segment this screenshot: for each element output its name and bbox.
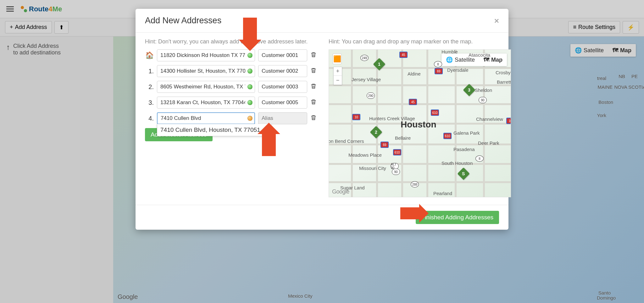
highway-shield: 10 [506,118,511,124]
alias-input[interactable] [258,81,307,93]
map-marker[interactable]: S [457,167,470,180]
highway-shield: ALT 90 [391,163,399,169]
modal-header: Add New Addresses × [136,9,508,33]
address-row: 3. [145,97,321,109]
map-place-label: Humble [441,49,458,54]
address-row: 2. [145,81,321,93]
modal-footer: Finished Adding Addresses [136,205,508,230]
trash-icon[interactable] [310,67,317,75]
map-place-label: Sheldon [475,87,492,93]
highway-shield: 69 [380,142,389,148]
row-number: 1. [145,68,154,75]
trash-icon[interactable] [310,52,317,59]
zoom-in-button[interactable]: + [334,67,342,76]
alias-input[interactable] [258,65,307,77]
address-row: 🏠 [145,49,321,61]
highway-shield: 288 [411,181,419,188]
highway-shield: 8 [475,155,484,162]
map-place-label: on Bend Corners [329,138,364,144]
map-place-label: Pearland [433,191,452,196]
map-place-label: Galena Park [453,130,480,136]
address-row: 4.7410 Cullen Blvd, Houston, TX 77051, U [145,112,321,124]
zoom-control: + − [333,67,342,85]
trash-icon[interactable] [310,115,317,122]
modal-title: Add New Addresses [145,16,221,25]
address-list-column: Hint: Don't worry, you can always add or… [145,38,321,197]
map-place-label: Hunters Creek Village [369,116,415,121]
highway-shield: 249 [360,55,369,61]
globe-icon: 🌐 [446,56,453,63]
address-input[interactable] [157,49,255,61]
left-hint: Hint: Don't worry, you can always add or… [145,38,321,45]
address-row: 1. [145,65,321,77]
address-suggestion[interactable]: 7410 Cullen Blvd, Houston, TX 77051, U [157,124,271,136]
modal-map[interactable]: 🟧 + − 🌐 Satellite 🗺 Map [329,49,511,197]
highway-shield: 610 [393,149,401,155]
address-input[interactable] [157,97,255,109]
zoom-out-button[interactable]: − [334,76,342,85]
map-column: Hint: You can drag and drop any map mark… [329,38,511,197]
map-place-label: Meadows Place [348,152,382,158]
map-place-label: Bellaire [395,135,411,141]
pegman-icon[interactable]: 🟧 [333,53,341,64]
highway-shield: 69 [435,68,443,74]
alias-input[interactable] [258,97,307,109]
map-place-label: Missouri City [359,166,386,171]
geocode-status-icon [247,116,253,121]
geocode-status-icon [247,84,253,89]
map-place-label: Pasadena [453,147,475,152]
map-place-label: Deer Park [478,140,499,146]
modal-overlay: Add New Addresses × Hint: Don't worry, y… [0,0,644,303]
highway-shield: 45 [399,52,408,58]
right-hint: Hint: You can drag and drop any map mark… [329,38,511,45]
trash-icon[interactable] [310,83,317,91]
google-logo: Google [332,188,349,195]
highway-shield: 610 [443,133,452,139]
highway-shield: 45 [409,99,417,105]
map-place-label: Barrett [497,79,511,85]
map-place-label: Jersey Village [352,77,381,82]
highway-shield: 90 [479,97,487,103]
map-place-label: Atascocita [469,52,490,58]
alias-input[interactable] [258,49,307,61]
highway-shield: 290 [367,93,375,99]
alias-input [258,112,307,124]
address-input[interactable] [157,65,255,77]
geocode-status-icon [247,100,253,105]
home-icon: 🏠 [145,51,154,59]
address-input[interactable] [157,81,255,93]
trash-icon[interactable] [310,99,317,106]
geocode-status-icon [247,53,253,58]
row-number: 4. [145,115,154,122]
highway-shield: 8 [434,61,442,67]
map-place-label: Crosby [496,70,511,75]
row-number: 3. [145,99,154,106]
highway-shield: 10 [352,114,360,120]
finished-adding-addresses-button[interactable]: Finished Adding Addresses [416,211,499,224]
map-marker[interactable]: 2 [370,126,382,138]
highway-shield: 610 [431,109,439,116]
map-place-label: Channelview [476,116,503,122]
map-place-label: South Houston [441,160,473,166]
highway-shield: 90 [392,169,400,175]
add-addresses-modal: Add New Addresses × Hint: Don't worry, y… [136,9,508,230]
map-place-label: Aldine [408,71,421,76]
map-place-label: Dyersdale [447,67,469,73]
address-input[interactable] [157,112,255,124]
geocode-status-icon [247,69,253,74]
close-icon[interactable]: × [494,17,499,25]
row-number: 2. [145,83,154,91]
